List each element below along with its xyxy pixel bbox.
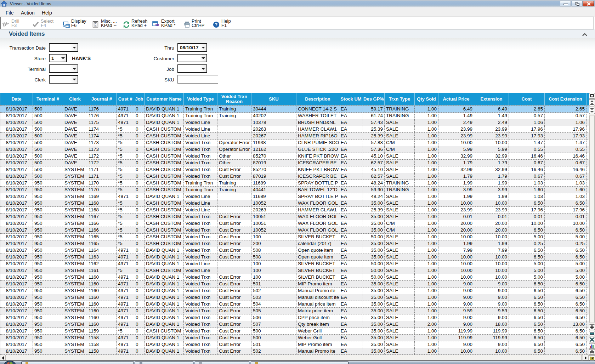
svg-text:?: ?	[215, 22, 218, 27]
